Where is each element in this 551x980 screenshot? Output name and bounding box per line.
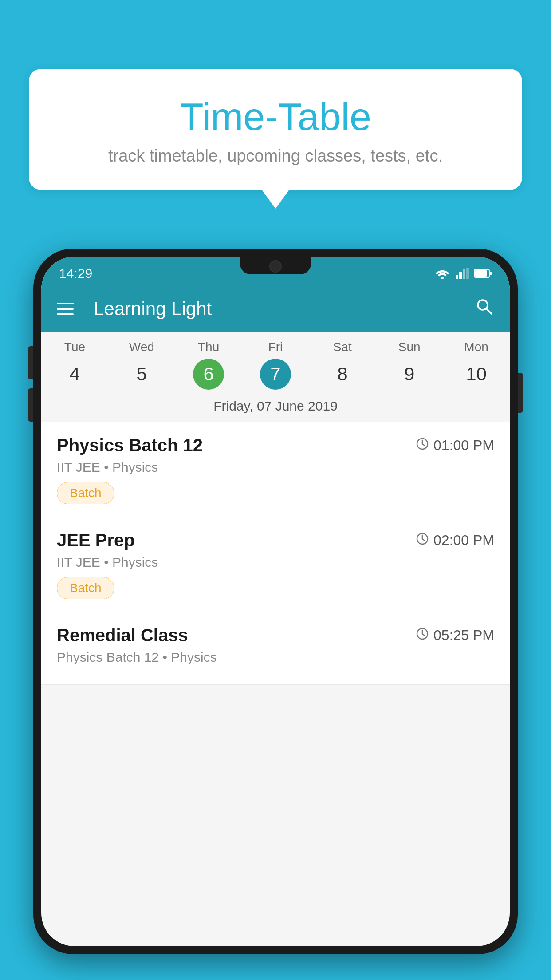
day-name: Wed	[108, 340, 175, 354]
day-number[interactable]: 9	[394, 359, 425, 390]
volume-up-button	[28, 346, 33, 379]
schedule-item-time: 01:00 PM	[416, 437, 494, 454]
calendar-day-col[interactable]: Wed 5	[108, 340, 175, 390]
phone-notch	[240, 257, 311, 274]
svg-rect-6	[475, 270, 487, 277]
svg-line-9	[486, 308, 492, 314]
batch-tag: Batch	[57, 482, 114, 504]
day-number[interactable]: 4	[59, 359, 90, 390]
calendar-section: Tue 4 Wed 5 Thu 6 Fri 7 Sat 8 Sun 9 Mon …	[41, 332, 510, 422]
search-button[interactable]	[475, 297, 494, 321]
tooltip-subtitle: track timetable, upcoming classes, tests…	[51, 146, 500, 166]
time-text: 02:00 PM	[433, 532, 494, 549]
svg-line-12	[422, 444, 425, 446]
battery-icon	[474, 269, 492, 278]
tooltip-card: Time-Table track timetable, upcoming cla…	[29, 69, 522, 190]
tooltip-title: Time-Table	[51, 95, 500, 138]
calendar-day-col[interactable]: Sun 9	[376, 340, 443, 390]
schedule-item-header: Physics Batch 12 01:00 PM	[57, 435, 494, 455]
schedule-item[interactable]: Remedial Class 05:25 PM Physics Batch 12…	[41, 612, 510, 685]
svg-rect-3	[463, 269, 465, 279]
day-number[interactable]: 6	[193, 359, 224, 390]
svg-rect-7	[489, 272, 492, 275]
day-number[interactable]: 7	[260, 359, 291, 390]
status-time: 14:29	[59, 266, 92, 281]
calendar-day-col[interactable]: Sat 8	[309, 340, 376, 390]
day-number[interactable]: 8	[327, 359, 358, 390]
app-bar-title: Learning Light	[94, 298, 461, 320]
calendar-day-col[interactable]: Mon 10	[443, 340, 510, 390]
schedule-item[interactable]: Physics Batch 12 01:00 PM IIT JEE • Phys…	[41, 422, 510, 517]
schedule-item-subtitle: IIT JEE • Physics	[57, 555, 494, 570]
svg-rect-1	[456, 275, 458, 279]
day-name: Sun	[376, 340, 443, 354]
calendar-days-row: Tue 4 Wed 5 Thu 6 Fri 7 Sat 8 Sun 9 Mon …	[41, 332, 510, 393]
svg-rect-2	[459, 272, 462, 279]
batch-tag: Batch	[57, 577, 114, 599]
schedule-item-time: 02:00 PM	[416, 532, 494, 549]
calendar-day-col[interactable]: Fri 7	[242, 340, 309, 390]
status-icons	[434, 268, 492, 279]
clock-icon	[416, 532, 429, 549]
schedule-item-subtitle: Physics Batch 12 • Physics	[57, 650, 494, 665]
phone-screen: 14:29	[41, 257, 510, 946]
schedule-item-time: 05:25 PM	[416, 627, 494, 644]
svg-point-0	[441, 277, 444, 279]
time-text: 01:00 PM	[433, 437, 494, 454]
wifi-icon	[434, 268, 450, 279]
day-name: Tue	[41, 340, 108, 354]
volume-down-button	[28, 388, 33, 422]
day-number[interactable]: 5	[126, 359, 157, 390]
svg-rect-4	[466, 268, 469, 279]
day-name: Mon	[443, 340, 510, 354]
calendar-date-label: Friday, 07 June 2019	[41, 393, 510, 422]
schedule-item[interactable]: JEE Prep 02:00 PM IIT JEE • Physics Batc…	[41, 517, 510, 612]
clock-icon	[416, 437, 429, 454]
svg-line-18	[422, 634, 425, 636]
schedule-item-title: JEE Prep	[57, 530, 135, 550]
svg-line-15	[422, 539, 425, 541]
phone-wrapper: 14:29	[33, 249, 518, 980]
schedule-item-header: Remedial Class 05:25 PM	[57, 625, 494, 645]
day-name: Fri	[242, 340, 309, 354]
time-text: 05:25 PM	[433, 627, 494, 644]
day-number[interactable]: 10	[461, 359, 492, 390]
schedule-item-title: Remedial Class	[57, 625, 188, 645]
hamburger-menu-button[interactable]	[57, 303, 74, 315]
power-button	[518, 373, 523, 413]
schedule-item-header: JEE Prep 02:00 PM	[57, 530, 494, 550]
day-name: Thu	[175, 340, 242, 354]
signal-icon	[456, 268, 469, 279]
calendar-day-col[interactable]: Thu 6	[175, 340, 242, 390]
schedule-item-subtitle: IIT JEE • Physics	[57, 460, 494, 475]
app-bar: Learning Light	[41, 285, 510, 332]
schedule-item-title: Physics Batch 12	[57, 435, 203, 455]
front-camera	[269, 260, 282, 273]
clock-icon	[416, 627, 429, 644]
day-name: Sat	[309, 340, 376, 354]
schedule-list: Physics Batch 12 01:00 PM IIT JEE • Phys…	[41, 422, 510, 685]
phone-outer: 14:29	[33, 249, 518, 954]
calendar-day-col[interactable]: Tue 4	[41, 340, 108, 390]
